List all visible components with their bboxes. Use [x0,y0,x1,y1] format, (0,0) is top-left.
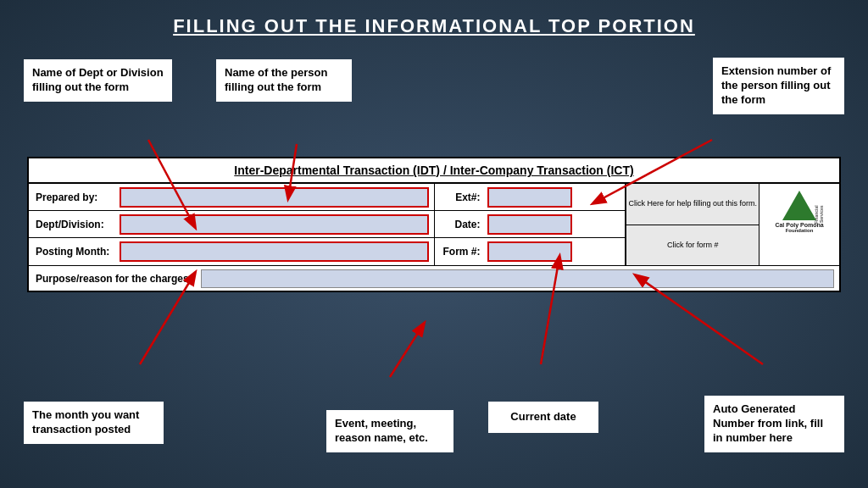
help-button[interactable]: Click Here for help filling out this for… [626,184,759,225]
annotation-month: The month you want transaction posted [24,402,164,444]
annotation-dept: Name of Dept or Division filling out the… [24,59,172,102]
date-input[interactable] [487,214,572,235]
dept-input[interactable] [120,214,429,235]
posting-month-input[interactable] [120,241,429,262]
annotation-ext: Extension number of the person filling o… [713,58,844,114]
form-right-section: Ext#: Date: Form #: Click Here for help … [435,184,840,265]
idt-form: Inter-Departmental Transaction (IDT) / I… [27,157,841,292]
svg-line-5 [390,324,424,377]
date-label: Date: [435,215,486,234]
form-num-input[interactable] [487,241,572,262]
ext-input[interactable] [487,187,572,208]
ext-row: Ext#: [435,184,626,211]
dept-label: Dept/Division: [29,215,118,234]
date-row: Date: [435,211,626,238]
prepared-by-label: Prepared by: [29,188,118,207]
logo-subtitle: Foundation [775,228,823,233]
purpose-label: Purpose/reason for the charges: [29,269,199,288]
prepared-by-row: Prepared by: [29,184,434,211]
form-num-label: Form #: [435,242,486,261]
form-left-col: Prepared by: Dept/Division: Posting Mont… [29,184,435,265]
logo-col: Cal Poly Pomona Foundation Financial Ser… [759,184,839,265]
posting-month-row: Posting Month: [29,238,434,265]
page-title: FILLING OUT THE INFORMATIONAL TOP PORTIO… [0,0,868,46]
form-number-button[interactable]: Click for form # [626,225,759,266]
right-inputs: Ext#: Date: Form #: [435,184,626,265]
logo-triangle-icon [782,191,816,220]
annotation-name: Name of the person filling out the form [216,59,352,102]
financial-services-label: Financial Services [814,202,824,227]
purpose-input[interactable] [201,269,834,288]
annotation-autogen: Auto Generated Number from link, fill in… [704,396,844,452]
annotation-date: Current date [488,402,598,433]
purpose-row: Purpose/reason for the charges: [29,265,839,291]
ext-label: Ext#: [435,188,486,207]
form-title: Inter-Departmental Transaction (IDT) / I… [29,158,839,184]
posting-month-label: Posting Month: [29,242,118,261]
form-num-row: Form #: [435,238,626,265]
buttons-col: Click Here for help filling out this for… [626,184,759,265]
annotation-event: Event, meeting, reason name, etc. [326,410,453,452]
dept-row: Dept/Division: [29,211,434,238]
prepared-by-input[interactable] [120,187,429,208]
logo: Cal Poly Pomona Foundation Financial Ser… [775,191,823,259]
